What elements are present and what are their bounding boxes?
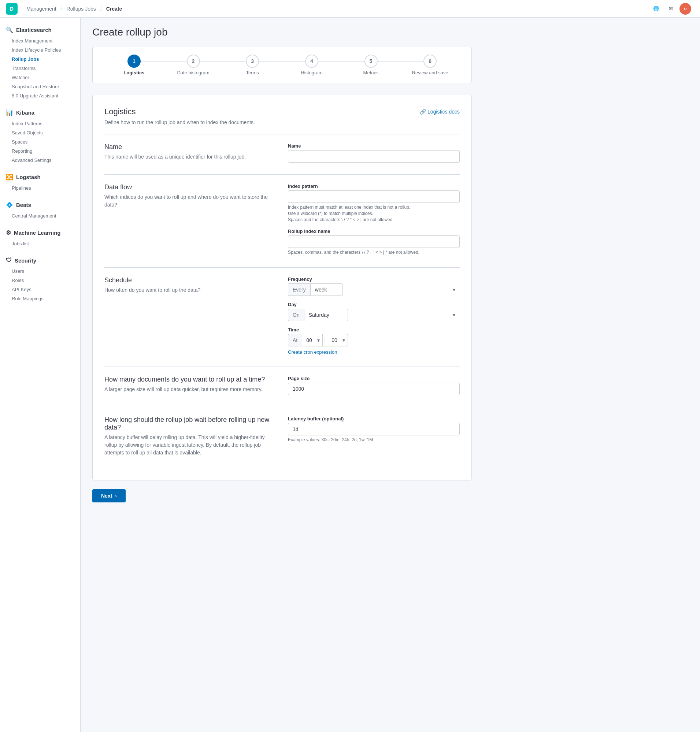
sidebar-item-jobs-list[interactable]: Jobs list (0, 239, 80, 248)
nav-management[interactable]: Management (24, 4, 59, 13)
time-hour-select[interactable]: 00 01020304 05060708 09101112 13141516 1… (302, 334, 323, 346)
schedule-row: Schedule How often do you want to roll u… (104, 276, 460, 355)
step-number-3: 3 (251, 58, 254, 64)
sidebar-item-upgrade[interactable]: 8.0 Upgrade Assistant (0, 91, 80, 100)
schedule-right: Frequency Every week minute hour day mon… (288, 276, 460, 355)
nav-rollups[interactable]: Rollups Jobs (64, 4, 99, 13)
name-field-label: Name (288, 143, 460, 148)
sidebar-section-security: 🛡 Security Users Roles API Keys Role Map… (0, 254, 80, 303)
latency-right: Latency buffer (optional) Example values… (288, 416, 460, 457)
breadcrumb: Management / Rollups Jobs / Create (24, 4, 125, 13)
divider-4 (104, 366, 460, 367)
step-number-4: 4 (310, 58, 313, 64)
logistics-title: Logistics (104, 107, 136, 116)
step-label-2: Date histogram (177, 70, 209, 75)
schedule-left: Schedule How often do you want to roll u… (104, 276, 276, 355)
sidebar-item-transforms[interactable]: Transforms (0, 64, 80, 73)
step-label-3: Terms (246, 70, 259, 75)
page-size-left: How many documents do you want to roll u… (104, 376, 276, 395)
nav-create: Create (103, 4, 125, 13)
user-avatar[interactable]: e (679, 3, 691, 15)
step-label-5: Metrics (363, 70, 379, 75)
globe-button[interactable]: 🌐 (650, 3, 662, 15)
sidebar-item-central-mgmt[interactable]: Central Management (0, 211, 80, 220)
app-logo: D (6, 3, 18, 15)
name-section-title: Name (104, 143, 276, 151)
sidebar-item-role-mappings[interactable]: Role Mappings (0, 294, 80, 303)
form-card: Logistics 🔗 Logistics docs Define how to… (92, 95, 472, 481)
frequency-prefix: Every (288, 284, 310, 296)
frequency-label: Frequency (288, 276, 460, 282)
time-minute-select[interactable]: 00 153045 (327, 334, 348, 346)
sidebar-item-spaces[interactable]: Spaces (0, 137, 80, 147)
logistics-docs-label: Logistics docs (428, 109, 460, 115)
sidebar-section-elasticsearch: 🔍 Elasticsearch Index Management Index L… (0, 24, 80, 100)
sidebar-item-watcher[interactable]: Watcher (0, 73, 80, 82)
sidebar-section-title-ml: ⚙ Machine Learning (0, 226, 80, 239)
mail-button[interactable]: ✉ (665, 3, 676, 15)
divider-2 (104, 174, 460, 175)
divider-3 (104, 267, 460, 268)
day-label: Day (288, 302, 460, 307)
sidebar-section-title-logstash: 🔀 Logstash (0, 171, 80, 184)
logistics-subtitle: Define how to run the rollup job and whe… (104, 119, 460, 125)
page-size-desc: A larger page size will roll up data qui… (104, 386, 276, 393)
main-content: Create rollup job 1 Logistics 2 Date his… (81, 18, 484, 732)
sidebar-item-users[interactable]: Users (0, 267, 80, 276)
kibana-icon: 📊 (6, 109, 13, 116)
time-separator: : (323, 334, 327, 346)
page-size-input[interactable] (288, 383, 460, 395)
security-label: Security (15, 257, 36, 264)
beats-label: Beats (16, 202, 31, 208)
name-left: Name This name will be used as a unique … (104, 143, 276, 163)
sidebar-item-saved-objects[interactable]: Saved Objects (0, 128, 80, 137)
divider-1 (104, 134, 460, 134)
cron-link[interactable]: Create cron expression (288, 349, 337, 355)
logistics-docs-link[interactable]: 🔗 Logistics docs (420, 109, 460, 115)
step-3: 3 Terms (223, 54, 282, 75)
frequency-select[interactable]: week minute hour day month (310, 284, 343, 296)
sidebar-item-index-patterns[interactable]: Index Patterns (0, 119, 80, 128)
data-flow-title: Data flow (104, 184, 276, 191)
sidebar: 🔍 Elasticsearch Index Management Index L… (0, 18, 81, 732)
sidebar-item-api-keys[interactable]: API Keys (0, 285, 80, 294)
next-arrow-icon: › (115, 493, 117, 499)
schedule-desc: How often do you want to roll up the dat… (104, 287, 276, 294)
logstash-label: Logstash (16, 174, 41, 180)
latency-input[interactable] (288, 423, 460, 435)
data-flow-desc: Which indices do you want to roll up and… (104, 193, 276, 209)
sidebar-item-lifecycle[interactable]: Index Lifecycle Policies (0, 46, 80, 54)
page-size-title: How many documents do you want to roll u… (104, 376, 276, 384)
breadcrumb-sep-1: / (61, 6, 62, 12)
rollup-index-input[interactable] (288, 235, 460, 248)
rollup-index-label: Rollup index name (288, 228, 460, 234)
name-row: Name This name will be used as a unique … (104, 143, 460, 163)
time-hour-wrap: 00 01020304 05060708 09101112 13141516 1… (302, 334, 323, 346)
rollup-index-hint: Spaces, commas, and the characters \ / ?… (288, 249, 460, 256)
step-label-1: Logistics (124, 70, 144, 75)
sidebar-section-kibana: 📊 Kibana Index Patterns Saved Objects Sp… (0, 106, 80, 165)
docs-icon: 🔗 (420, 109, 426, 115)
day-row: On Saturday Sunday Monday Tuesday Wednes… (288, 309, 460, 321)
step-circle-2: 2 (187, 54, 200, 68)
latency-label: Latency buffer (optional) (288, 416, 460, 422)
name-input[interactable] (288, 150, 460, 163)
latency-hint: Example values: 30s, 20m, 24h, 2d, 1w, 1… (288, 437, 460, 443)
data-flow-row: Data flow Which indices do you want to r… (104, 184, 460, 256)
sidebar-item-snapshot[interactable]: Snapshot and Restore (0, 82, 80, 91)
latency-desc: A latency buffer will delay rolling up d… (104, 434, 276, 457)
step-label-4: Histogram (301, 70, 322, 75)
sidebar-item-pipelines[interactable]: Pipelines (0, 184, 80, 193)
next-button[interactable]: Next › (92, 489, 126, 503)
sidebar-item-rollup-jobs[interactable]: Rollup Jobs (0, 54, 80, 64)
sidebar-item-reporting[interactable]: Reporting (0, 147, 80, 156)
step-circle-4: 4 (305, 54, 318, 68)
time-prefix: At (288, 334, 302, 346)
sidebar-item-advanced-settings[interactable]: Advanced Settings (0, 156, 80, 165)
index-pattern-input[interactable] (288, 190, 460, 203)
sidebar-item-index-management[interactable]: Index Management (0, 36, 80, 46)
index-pattern-hint: Index pattern must match at least one in… (288, 204, 460, 223)
sidebar-item-roles[interactable]: Roles (0, 276, 80, 285)
name-section-desc: This name will be used as a unique ident… (104, 153, 276, 161)
day-select[interactable]: Saturday Sunday Monday Tuesday Wednesday… (304, 309, 348, 321)
